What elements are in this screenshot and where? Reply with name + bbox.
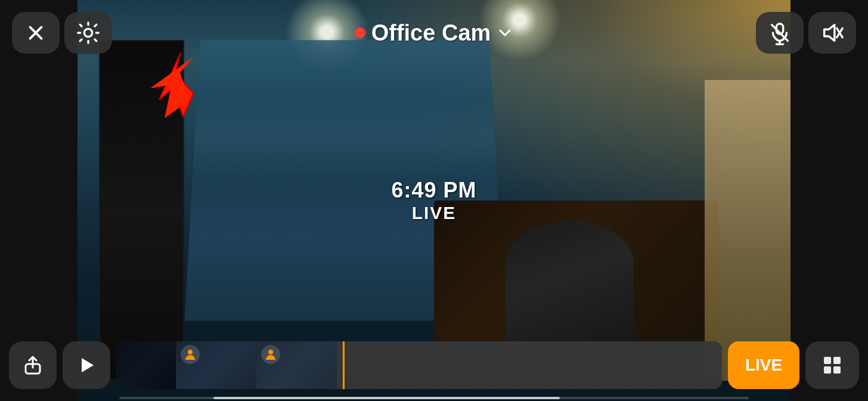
- svg-point-14: [188, 350, 193, 354]
- person-event-icon-2: [261, 345, 280, 364]
- scrollbar-thumb: [213, 397, 560, 399]
- camera-title: Office Cam: [371, 20, 491, 46]
- svg-marker-13: [82, 358, 94, 372]
- svg-rect-18: [824, 366, 831, 374]
- timeline-event-2: [256, 341, 337, 389]
- svg-marker-9: [824, 25, 835, 41]
- speaker-mute-button[interactable]: [808, 12, 856, 54]
- grid-view-button[interactable]: [805, 341, 859, 389]
- chevron-down-icon: [497, 24, 513, 41]
- playhead: [343, 341, 345, 389]
- camera-title-area[interactable]: Office Cam: [355, 20, 514, 46]
- play-button[interactable]: [63, 341, 110, 389]
- settings-button[interactable]: [64, 12, 112, 54]
- live-indicator-dot: [355, 27, 365, 38]
- svg-rect-17: [833, 357, 841, 364]
- person-event-icon-1: [181, 345, 200, 364]
- timeline-empty: [337, 341, 722, 389]
- svg-point-4: [84, 29, 92, 36]
- top-bar: Office Cam: [0, 12, 868, 54]
- live-button[interactable]: LIVE: [728, 341, 799, 389]
- svg-rect-19: [833, 366, 841, 374]
- mic-mute-button[interactable]: [756, 12, 804, 54]
- timeline-thumb-first: [116, 341, 176, 389]
- timeline-event-1: [176, 341, 256, 389]
- svg-point-15: [268, 350, 273, 354]
- arrow-pointer: [137, 48, 215, 125]
- timeline-container[interactable]: [116, 341, 722, 389]
- scrollbar-track: [119, 397, 749, 399]
- close-button[interactable]: [12, 12, 60, 54]
- scrollbar-container[interactable]: [119, 396, 749, 400]
- bottom-bar: LIVE: [0, 335, 868, 395]
- svg-rect-16: [824, 357, 831, 364]
- top-right-buttons: [756, 12, 856, 54]
- share-button[interactable]: [9, 341, 57, 389]
- top-left-buttons: [12, 12, 112, 54]
